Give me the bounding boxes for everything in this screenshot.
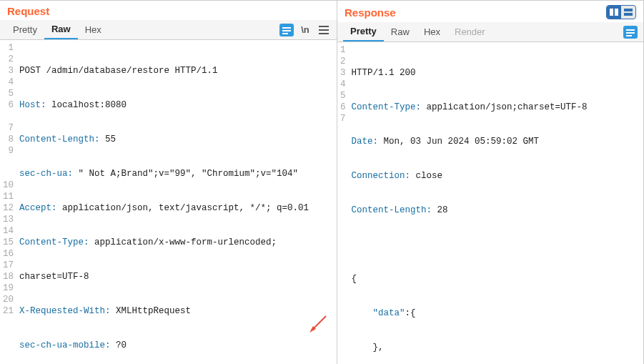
header-value: close bbox=[410, 171, 442, 181]
layout-vertical-icon[interactable] bbox=[607, 6, 621, 19]
header-name: Date: bbox=[352, 137, 379, 147]
request-title: Request bbox=[7, 5, 49, 17]
svg-rect-10 bbox=[624, 9, 633, 11]
json-brace: { bbox=[352, 274, 357, 284]
request-tabs: Pretty Raw Hex \n bbox=[0, 20, 337, 40]
newline-icon[interactable]: \n bbox=[298, 24, 312, 36]
header-value: application/json;charset=UTF-8 bbox=[421, 102, 588, 112]
json-brace: }, bbox=[373, 343, 384, 353]
svg-rect-0 bbox=[282, 27, 291, 29]
actions-icon[interactable] bbox=[623, 26, 638, 39]
header-value: application/json, text/javascript, */*; … bbox=[57, 203, 309, 213]
svg-rect-13 bbox=[626, 32, 635, 34]
header-value: 55 bbox=[100, 134, 117, 144]
svg-rect-2 bbox=[282, 33, 288, 34]
response-editor[interactable]: 1234567 HTTP/1.1 200 Content-Type: appli… bbox=[337, 42, 643, 364]
tab-hex-response[interactable]: Hex bbox=[417, 23, 447, 41]
header-name: Content-Type: bbox=[352, 102, 422, 112]
svg-rect-11 bbox=[624, 13, 633, 16]
tab-pretty-request[interactable]: Pretty bbox=[6, 21, 44, 39]
header-name: Content-Length: bbox=[352, 205, 432, 215]
response-title: Response bbox=[345, 6, 396, 19]
header-value: Mon, 03 Jun 2024 05:59:02 GMT bbox=[378, 137, 539, 147]
request-line: POST /admin/database/restore HTTP/1.1 bbox=[19, 66, 218, 76]
header-name: Content-Type: bbox=[19, 237, 89, 247]
json-key: "data" bbox=[373, 308, 405, 318]
svg-rect-9 bbox=[615, 9, 618, 16]
actions-icon[interactable] bbox=[279, 24, 294, 36]
status-line: HTTP/1.1 200 bbox=[352, 68, 416, 78]
header-value: " Not A;Brand";v="99", "Chromium";v="104… bbox=[73, 169, 298, 179]
menu-icon[interactable] bbox=[317, 24, 331, 36]
header-name: X-Requested-With: bbox=[19, 306, 111, 316]
tab-pretty-response[interactable]: Pretty bbox=[343, 22, 384, 41]
request-editor[interactable]: 123456 789 101112131415161718192021 POST… bbox=[0, 40, 337, 364]
response-header: Response bbox=[337, 1, 643, 22]
tab-render-response[interactable]: Render bbox=[447, 23, 492, 41]
header-value: ?0 bbox=[111, 340, 127, 350]
request-header: Request bbox=[0, 1, 337, 20]
svg-rect-12 bbox=[626, 29, 635, 31]
svg-rect-4 bbox=[319, 29, 329, 31]
layout-toggle[interactable] bbox=[606, 5, 636, 19]
tab-raw-request[interactable]: Raw bbox=[44, 20, 78, 39]
svg-rect-8 bbox=[610, 9, 613, 16]
request-panel: Request Pretty Raw Hex \n 123456 789 101… bbox=[0, 1, 337, 364]
tab-raw-response[interactable]: Raw bbox=[384, 23, 417, 41]
response-panel: Response Pretty Raw Hex Render bbox=[337, 1, 644, 364]
layout-horizontal-icon[interactable] bbox=[621, 6, 635, 19]
header-name: Connection: bbox=[352, 171, 411, 181]
svg-rect-14 bbox=[626, 35, 632, 36]
header-value: XMLHttpRequest bbox=[111, 306, 192, 316]
svg-rect-5 bbox=[319, 33, 329, 34]
header-name: Content-Length: bbox=[19, 134, 100, 144]
header-value: localhost:8080 bbox=[46, 100, 127, 110]
response-gutter: 1234567 bbox=[337, 42, 350, 364]
request-gutter: 123456 789 101112131415161718192021 bbox=[0, 40, 18, 364]
header-value: 28 bbox=[432, 205, 448, 215]
json-brace: { bbox=[410, 308, 416, 318]
svg-rect-3 bbox=[319, 26, 329, 27]
response-tabs: Pretty Raw Hex Render bbox=[337, 22, 643, 42]
header-name: Accept: bbox=[19, 203, 57, 213]
header-value-wrap: charset=UTF-8 bbox=[19, 272, 89, 282]
tab-hex-request[interactable]: Hex bbox=[78, 21, 109, 39]
response-code: HTTP/1.1 200 Content-Type: application/j… bbox=[350, 42, 592, 364]
svg-rect-1 bbox=[282, 30, 291, 31]
header-name: sec-ch-ua: bbox=[19, 169, 73, 179]
header-name: Host: bbox=[19, 100, 46, 110]
header-name: sec-ch-ua-mobile: bbox=[19, 340, 111, 350]
request-code: POST /admin/database/restore HTTP/1.1 Ho… bbox=[18, 40, 319, 364]
